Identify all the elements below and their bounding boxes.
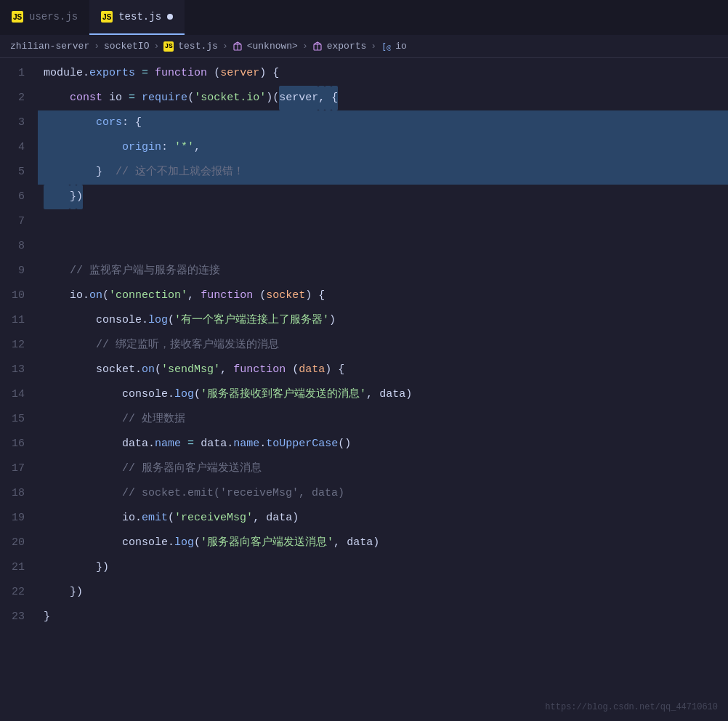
code-line-7 [38,209,728,234]
bracket-icon: [◎] [381,41,391,52]
ln-12: 12 [0,333,31,358]
ln-4: 4 [0,135,31,160]
breadcrumb: zhilian-server › socketIO › JS test.js ›… [0,35,728,58]
cube-icon-1 [232,41,243,52]
ln-10: 10 [0,283,31,308]
ln-9: 9 [0,259,31,283]
ln-11: 11 [0,308,31,333]
code-line-10: io.on('connection', function (socket) { [38,283,728,308]
code-line-1: module.exports = function (server) { [38,61,728,86]
code-line-12: // 绑定监听，接收客户端发送的消息 [38,333,728,358]
code-line-3: cors: { [38,110,728,135]
code-line-20: console.log('服务器向客户端发送消息', data) [38,531,728,555]
tab-label-users: users.js [29,11,78,23]
ln-18: 18 [0,481,31,506]
code-line-18: // socket.emit('receiveMsg', data) [38,481,728,506]
code-line-2: const io = require('socket.io')(server, … [38,86,728,110]
ln-3: 3 [0,110,31,135]
ln-15: 15 [0,407,31,432]
code-line-15: // 处理数据 [38,407,728,432]
code-line-16: data.name = data.name.toUpperCase() [38,432,728,456]
code-line-23: } [38,605,728,629]
js-icon-test: JS [101,11,113,23]
code-line-17: // 服务器向客户端发送消息 [38,456,728,481]
watermark: https://blog.csdn.net/qq_44710610 [545,702,718,712]
code-line-5: } // 这个不加上就会报错！ [38,160,728,185]
ln-20: 20 [0,531,31,555]
ln-1: 1 [0,61,31,86]
ln-17: 17 [0,456,31,481]
js-icon-users: JS [12,11,23,23]
editor: 1 2 3 4 5 6 7 8 9 10 11 12 13 14 15 16 1… [0,58,728,721]
js-badge-breadcrumb: JS [163,41,174,52]
code-line-11: console.log('有一个客户端连接上了服务器') [38,308,728,333]
code-line-21: }) [38,555,728,580]
ln-23: 23 [0,605,31,629]
breadcrumb-socketio: socketIO [104,41,149,52]
breadcrumb-exports: exports [327,41,367,52]
code-line-13: socket.on('sendMsg', function (data) { [38,358,728,382]
ln-8: 8 [0,234,31,259]
ln-19: 19 [0,506,31,531]
ln-16: 16 [0,432,31,456]
line-numbers: 1 2 3 4 5 6 7 8 9 10 11 12 13 14 15 16 1… [0,58,38,721]
tab-users-js[interactable]: JS users.js [0,0,89,35]
breadcrumb-io: io [395,41,407,52]
unsaved-dot [167,14,173,20]
ln-5: 5 [0,160,31,185]
code-line-9: // 监视客户端与服务器的连接 [38,259,728,283]
code-line-4: origin: '*', [38,135,728,160]
code-line-8 [38,234,728,259]
tab-test-js[interactable]: JS test.js [89,0,185,35]
code-line-14: console.log('服务器接收到客户端发送的消息', data) [38,382,728,407]
code-line-19: io.emit('receiveMsg', data) [38,506,728,531]
ln-21: 21 [0,555,31,580]
ln-6: 6 [0,185,31,209]
breadcrumb-testjs: test.js [178,41,218,52]
ln-22: 22 [0,580,31,605]
tab-bar: JS users.js JS test.js [0,0,728,35]
breadcrumb-unknown: <unknown> [247,41,298,52]
code-line-6: }) [38,185,728,209]
ln-2: 2 [0,86,31,110]
code-content[interactable]: module.exports = function (server) { con… [38,58,728,721]
svg-text:[◎]: [◎] [381,42,391,52]
code-line-22: }) [38,580,728,605]
tab-label-test: test.js [118,11,161,23]
ln-14: 14 [0,382,31,407]
ln-13: 13 [0,358,31,382]
breadcrumb-root: zhilian-server [10,41,89,52]
ln-7: 7 [0,209,31,234]
cube-icon-2 [312,41,323,52]
